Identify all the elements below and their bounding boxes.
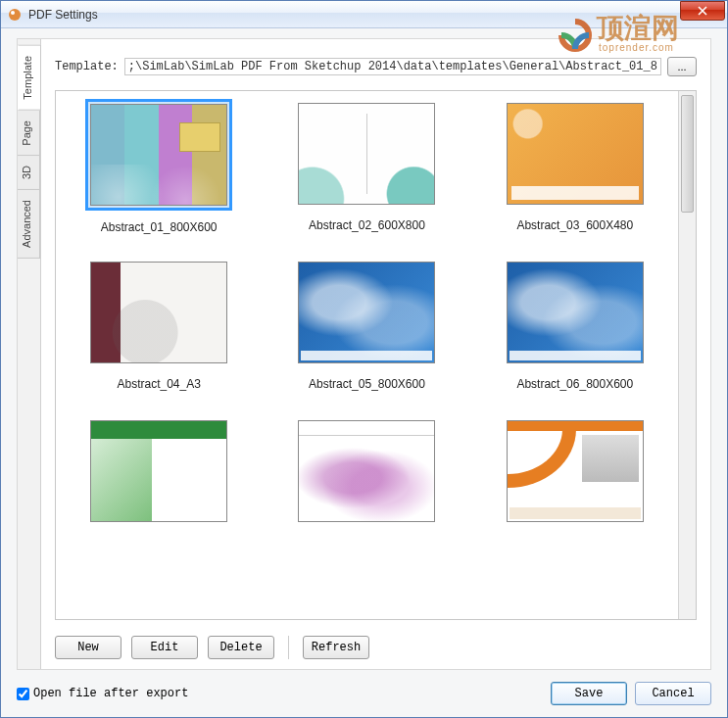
template-toolbar: New Edit Delete Refresh xyxy=(41,630,710,669)
cancel-button[interactable]: Cancel xyxy=(635,682,711,705)
window-title: PDF Settings xyxy=(28,8,98,22)
template-thumbnail xyxy=(298,262,435,363)
svg-point-0 xyxy=(9,9,21,21)
open-after-export-label: Open file after export xyxy=(33,687,188,700)
edit-button[interactable]: Edit xyxy=(131,636,198,659)
tab-advanced[interactable]: Advanced xyxy=(18,189,40,259)
close-button[interactable] xyxy=(680,1,725,21)
template-item[interactable]: Abstract_04_A3 xyxy=(75,258,242,391)
template-item[interactable]: Abstract_05_800X600 xyxy=(283,258,450,391)
tab-page[interactable]: Page xyxy=(18,110,40,157)
template-label: Abstract_01_800X600 xyxy=(101,220,218,234)
template-gallery-box: Abstract_01_800X600Abstract_02_600X800Ab… xyxy=(55,90,697,620)
template-thumbnail xyxy=(298,420,435,522)
save-button[interactable]: Save xyxy=(551,682,627,705)
svg-point-1 xyxy=(11,11,15,15)
template-thumbnail xyxy=(298,103,435,205)
refresh-button[interactable]: Refresh xyxy=(303,636,369,659)
template-item[interactable] xyxy=(492,416,658,536)
open-after-export-checkbox[interactable] xyxy=(17,688,29,700)
template-path-input[interactable] xyxy=(124,58,661,75)
template-item[interactable]: Abstract_06_800X600 xyxy=(492,258,658,391)
window: PDF Settings 顶渲网 toprender.com Template … xyxy=(0,0,728,718)
template-path-label: Template: xyxy=(55,60,119,73)
scrollbar-thumb[interactable] xyxy=(681,95,694,213)
template-item[interactable]: Abstract_03_600X480 xyxy=(492,99,658,232)
client-area: Template Page 3D Advanced Template: ... … xyxy=(1,28,727,717)
tab-strip: Template Page 3D Advanced xyxy=(18,39,41,669)
titlebar: PDF Settings xyxy=(1,1,727,28)
toolbar-divider xyxy=(288,636,289,659)
template-item[interactable] xyxy=(283,416,450,536)
template-item[interactable]: Abstract_02_600X800 xyxy=(283,99,450,232)
template-label: Abstract_04_A3 xyxy=(117,377,200,391)
template-item[interactable] xyxy=(75,416,242,536)
tab-template[interactable]: Template xyxy=(18,45,41,111)
open-after-export-row[interactable]: Open file after export xyxy=(17,687,188,700)
template-label: Abstract_03_600X480 xyxy=(516,218,633,232)
tab-content-template: Template: ... Abstract_01_800X600Abstrac… xyxy=(41,39,710,669)
settings-panel: Template Page 3D Advanced Template: ... … xyxy=(17,38,711,670)
template-thumbnail xyxy=(90,104,227,206)
browse-button[interactable]: ... xyxy=(667,57,697,76)
template-label: Abstract_02_600X800 xyxy=(309,218,425,232)
footer: Open file after export Save Cancel xyxy=(1,676,727,717)
delete-button[interactable]: Delete xyxy=(208,636,274,659)
template-item[interactable]: Abstract_01_800X600 xyxy=(75,99,242,234)
template-thumbnail xyxy=(90,420,227,522)
new-button[interactable]: New xyxy=(55,636,121,659)
template-thumbnail xyxy=(507,103,644,205)
template-gallery: Abstract_01_800X600Abstract_02_600X800Ab… xyxy=(56,91,678,619)
scrollbar-track[interactable] xyxy=(678,91,696,619)
template-thumbnail xyxy=(507,420,644,522)
close-icon xyxy=(698,6,707,16)
template-thumbnail xyxy=(90,262,227,363)
template-thumbnail xyxy=(507,262,644,363)
app-icon xyxy=(7,7,23,23)
tab-3d[interactable]: 3D xyxy=(18,155,40,190)
template-label: Abstract_06_800X600 xyxy=(516,377,633,391)
template-label: Abstract_05_800X600 xyxy=(309,377,425,391)
template-path-row: Template: ... xyxy=(41,39,710,84)
